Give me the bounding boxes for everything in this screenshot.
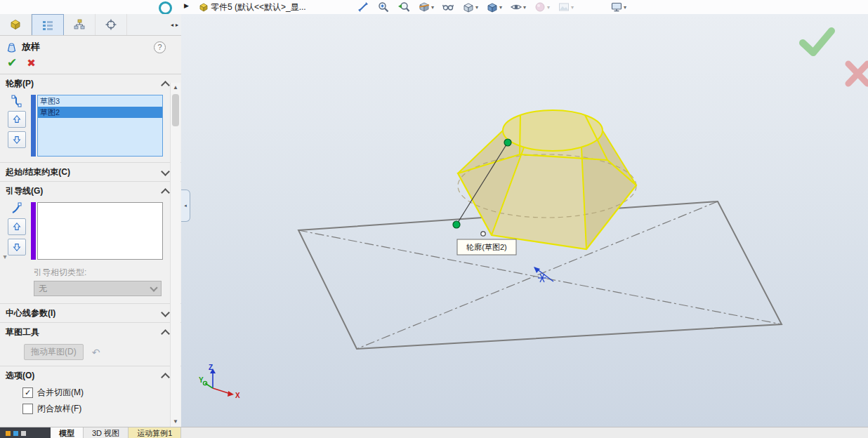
vertex-marker[interactable] [481,232,485,236]
viewport-canvas: 轮廓(草图2) Z X Y [181,14,868,427]
section-view-button[interactable]: ▾ [416,1,435,13]
close-loft-checkbox[interactable] [22,404,33,414]
scrollbar-thumb[interactable] [172,94,179,126]
centerline-section-header[interactable]: 中心线参数(I) [0,303,181,322]
expand-chevron-icon[interactable] [161,167,170,176]
ok-button[interactable]: ✔ [7,58,17,69]
annotation-view-icon [442,1,454,13]
undo-icon[interactable]: ↶ [92,347,100,358]
view-orientation-button[interactable]: ▾ [461,1,480,13]
tab-scroll-right-icon[interactable]: ▸ [176,22,178,28]
plane-diagonal-line[interactable] [298,230,782,324]
loft-feature-icon [6,41,18,53]
guides-listbox[interactable] [37,202,163,260]
zoom-area-button[interactable] [376,1,391,13]
tab-motion-study[interactable]: 运动算例1 [129,427,181,438]
dropdown-arrow-icon[interactable]: ▾ [547,4,550,11]
connector-handle-bottom[interactable] [453,221,460,228]
view-settings-icon [610,1,623,13]
origin-marker [534,267,553,282]
dropdown-arrow-icon[interactable]: ▾ [571,4,574,11]
feature-manager-tab[interactable] [0,14,32,35]
display-style-icon [486,1,499,13]
connector-handle-top[interactable] [504,139,511,146]
merge-tangent-checkbox[interactable]: ✓ [22,387,33,398]
view-orientation-icon [462,1,475,13]
zoom-fit-button[interactable] [355,1,371,13]
dropdown-arrow-icon[interactable]: ▾ [624,4,626,11]
view-settings-button[interactable]: ▾ [609,1,628,13]
dropdown-arrow-icon[interactable]: ▾ [523,4,526,11]
expand-chevron-icon[interactable] [161,308,170,317]
headsup-view-toolbar: ▾ ▾ ▾ [355,0,628,14]
collapse-chevron-icon[interactable] [161,373,170,382]
dropdown-arrow-icon[interactable]: ▾ [431,4,434,11]
options-section-header[interactable]: 选项(O) [0,366,181,385]
help-icon[interactable]: ? [154,41,166,53]
guides-section-label: 引导线(G) [6,185,43,197]
active-selection-strip [31,95,36,157]
up-arrow-icon [12,222,22,232]
triad-z-label: Z [209,364,213,371]
property-manager-panel: ◂ ▸ 放样 ? ✔ ✖ 轮廓(P) [0,14,182,427]
dropdown-arrow-icon[interactable]: ▾ [499,4,502,11]
profiles-listbox[interactable]: 草图3 草图2 [37,95,163,157]
profiles-section-header[interactable]: 轮廓(P) [0,74,181,93]
guide-tangency-dropdown[interactable]: 无 [34,281,162,296]
annotation-view-button[interactable] [440,1,456,13]
graphics-viewport[interactable]: ◂ [181,14,868,427]
sketch-tools-section-header[interactable]: 草图工具 [0,322,181,341]
panel-scrollbar[interactable]: ▲ ▼ [170,83,180,427]
drag-sketch-button[interactable]: 拖动草图(D) [24,344,84,360]
triad-y-label: Y [199,376,204,384]
hide-show-items-button[interactable]: ▾ [508,1,527,13]
collapse-chevron-icon[interactable] [161,81,170,90]
flyout-tree-arrow-icon[interactable]: ▶ [184,2,189,9]
triad-x-label: X [235,392,240,399]
merge-tangent-row: ✓ 合并切面(M) [0,385,181,401]
confirmation-corner [803,31,867,84]
scroll-up-icon[interactable]: ▲ [171,83,180,93]
profiles-body: 草图3 草图2 [0,93,181,162]
top-toolbar: ▶ 零件5 (默认<<默认>_显... [0,0,868,14]
down-arrow-icon [12,135,22,145]
loft-top-circle[interactable] [503,110,603,151]
cancel-button[interactable]: ✖ [27,58,36,69]
tab-3d-views[interactable]: 3D 视图 [84,427,129,438]
property-manager-tab[interactable] [32,14,64,35]
display-style-button[interactable]: ▾ [485,1,504,13]
previous-view-button[interactable] [396,1,412,13]
start-end-section-header[interactable]: 起始/结束约束(C) [0,162,181,181]
profile-list-item[interactable]: 草图3 [38,95,162,107]
scroll-down-icon[interactable]: ▼ [171,417,180,427]
options-section-label: 选项(O) [6,370,34,382]
confirm-cancel-icon[interactable] [848,64,867,84]
move-guide-down-button[interactable] [8,239,26,255]
collapse-chevron-icon[interactable] [161,188,170,197]
part-icon [199,3,208,12]
up-arrow-icon [12,114,22,124]
panel-splitter-handle[interactable]: ◂ [181,190,190,222]
zoom-area-icon [377,1,390,13]
tab-scroll-left-icon[interactable]: ◂ [171,22,173,28]
move-profile-up-button[interactable] [8,111,26,128]
part-title: 零件5 (默认<<默认>_显... [199,1,306,13]
configuration-manager-tab[interactable] [64,14,96,35]
apply-scene-icon [558,1,570,13]
move-profile-down-button[interactable] [8,131,26,148]
left-toolbar-collapse-icon[interactable]: ▾ [0,253,10,264]
dropdown-arrow-icon[interactable]: ▾ [475,4,478,11]
dimxpert-manager-tab[interactable] [96,14,127,35]
guides-section-header[interactable]: 引导线(G) [0,181,181,200]
tab-model[interactable]: 模型 [51,427,84,438]
collapse-chevron-icon[interactable] [161,329,170,338]
apply-scene-button[interactable]: ▾ [556,1,575,13]
sketch-tools-section-label: 草图工具 [6,326,39,338]
close-loft-row: 闭合放样(F) [0,401,181,417]
edit-appearance-button[interactable]: ▾ [532,1,551,13]
quick-access-icon[interactable] [159,1,172,15]
confirm-ok-icon[interactable] [803,31,831,53]
profile-list-item-selected[interactable]: 草图2 [38,107,162,118]
move-guide-up-button[interactable] [8,218,26,235]
feature-title: 放样 [22,41,40,53]
